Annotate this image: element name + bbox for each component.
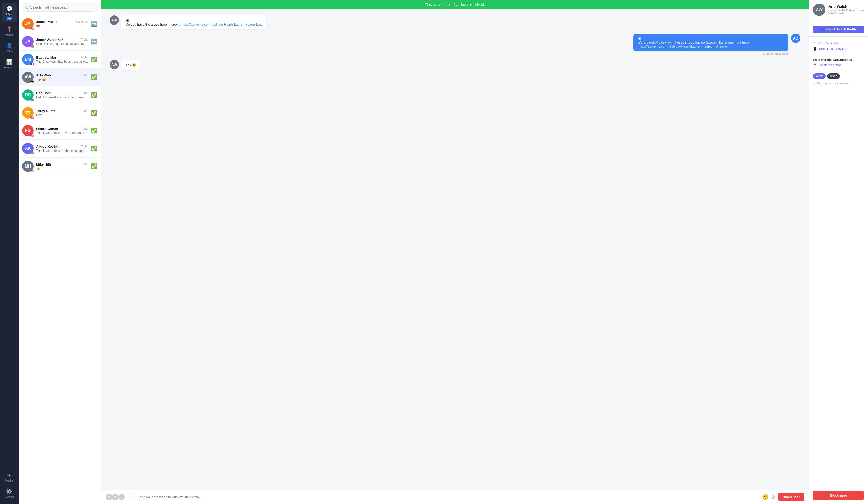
conv-status: ✅ <box>91 56 97 63</box>
sidebar-item-settings[interactable]: ⚙️ Settings <box>1 486 17 501</box>
message-bubble: Hi!We are out of stock with theses shoes… <box>633 34 788 51</box>
conv-status: ✅ <box>91 145 97 151</box>
see-all-devices-link[interactable]: See all user devices <box>819 47 847 51</box>
panel-menu-icon[interactable]: ≡ <box>861 8 864 12</box>
status-arrow-icon: ➡️ <box>91 39 97 44</box>
panel-user-location: West Aurelia <box>828 12 861 15</box>
attach-button[interactable]: ⊕ <box>771 494 776 500</box>
status-check-icon: ✅ <box>91 56 97 62</box>
avatar-wrap: FG 🇺🇸 <box>22 125 34 136</box>
chat-messages: AW Hi!Do you have the artice here in gre… <box>101 9 809 490</box>
conv-preview: Hey! <box>36 113 88 117</box>
conv-name: Mike Hills <box>36 162 52 166</box>
devices-row: 📱 See all user devices <box>813 46 864 52</box>
status-check-icon: ✅ <box>91 74 97 80</box>
question-icon: ? <box>813 41 815 45</box>
right-panel: AW Arlo Walsh crystel_hirthe21@yahoo.c W… <box>809 0 868 504</box>
list-item[interactable]: BM 🇫🇷 Baptiste Mar 9 Mar The Crisp team … <box>19 51 101 69</box>
list-item[interactable]: DD 🇺🇸 Dan Dach 7 Mar Hello! I looked at … <box>19 86 101 104</box>
sidebar-item-analytics[interactable]: 📊 Analytics <box>1 56 17 71</box>
message-text: Thx 😀 <box>125 63 136 67</box>
conv-info: Mike Hills 7 Mar 👍 <box>36 162 88 170</box>
list-item[interactable]: MH 🇺🇸 Mike Hills 7 Mar 👍 ✅ <box>19 158 101 175</box>
list-item[interactable]: AW 🇩🇪 Arlo Walsh 7 Mar Thx 😀 ✅ <box>19 69 101 86</box>
conv-info: Felicia Glover 7 Mar Thank you! I forwar… <box>36 127 88 135</box>
resolved-banner: This conversation has been resolved. <box>101 0 809 9</box>
status-check-icon: ✅ <box>91 92 97 98</box>
conv-name: Felicia Glover <box>36 127 58 131</box>
avatar-wrap: DD 🇺🇸 <box>22 90 34 101</box>
list-item[interactable]: FG 🇺🇸 Felicia Glover 7 Mar Thank you! I … <box>19 122 101 140</box>
conv-status: ➡️ <box>91 39 97 45</box>
conv-date: 7 Mar <box>81 74 88 77</box>
avatar-wrap: JM 🇺🇸 <box>22 18 34 30</box>
tags-row: chat user <box>813 73 864 79</box>
panel-avatar: AW <box>813 3 825 16</box>
message-link[interactable]: https://acmeinc.com/ref/Polo-Ralph-Laure… <box>638 44 728 48</box>
list-item[interactable]: AK 🇺🇸 Abbey Koelpin 7 Mar Thank you! I f… <box>19 140 101 158</box>
list-item[interactable]: JA 🇺🇸 Jamar Aufderhar 7 Mar Cool! I have… <box>19 33 101 51</box>
sidebar-item-inbox[interactable]: 💬 Inbox 26 <box>1 3 17 22</box>
conv-preview: ❤️ <box>36 24 88 28</box>
conv-preview: 👍 <box>36 167 88 170</box>
device-icon: 📱 <box>813 47 817 51</box>
conv-name: Abbey Koelpin <box>36 145 60 148</box>
segment-placeholder: Segment conversation... <box>817 82 850 85</box>
conv-preview: The Crisp team has been busy at work ove… <box>36 60 88 63</box>
locate-map-link[interactable]: 📍 Locate on a map <box>813 63 864 67</box>
conv-preview: Cool! I have a question Do you have the … <box>36 42 88 46</box>
tags-section: chat user + Segment conversation... <box>809 70 868 89</box>
sidebar-item-plugins[interactable]: ⊞ Plugins <box>1 470 17 485</box>
conv-status: ✅ <box>91 163 97 169</box>
message-avatar: AG <box>791 34 800 43</box>
avatar-wrap: JA 🇺🇸 <box>22 36 34 47</box>
message-meta: ▸ Delivered to email <box>763 52 788 56</box>
emoji-button[interactable]: 🙂 <box>762 494 768 500</box>
status-check-icon: ✅ <box>91 164 97 169</box>
conv-preview: Thx 😀 <box>36 78 88 81</box>
block-user-panel-button[interactable]: Block user <box>813 491 864 500</box>
conversation-list: 🔍 JM 🇺🇸 James Marks Yesterday ❤️ ➡️ <box>19 0 101 504</box>
conv-date: 9 Mar <box>81 56 88 59</box>
sidebar-analytics-label: Analytics <box>4 66 14 69</box>
list-item[interactable]: JM 🇺🇸 James Marks Yesterday ❤️ ➡️ <box>19 15 101 33</box>
sidebar-nav: 💬 Inbox 26 📍 Visitors 👤 Users 📊 Analytic… <box>0 0 19 504</box>
list-item[interactable]: TR 🇺🇸 Torey Runte 7 Mar Hey! ✅ <box>19 104 101 122</box>
flag-badge: 🇩🇪 <box>30 80 34 83</box>
avatar-wrap: BM 🇫🇷 <box>22 54 34 65</box>
main-chat: This conversation has been resolved. AW … <box>101 0 809 504</box>
block-user-button[interactable]: Block user <box>778 493 805 501</box>
status-check-icon: ✅ <box>91 128 97 134</box>
person-icon: 👤 <box>820 28 824 31</box>
inbox-icon: 💬 <box>6 6 13 12</box>
conversation-items: JM 🇺🇸 James Marks Yesterday ❤️ ➡️ JA 🇺🇸 <box>19 15 101 504</box>
avatar-wrap: MH 🇺🇸 <box>22 160 34 172</box>
more-button[interactable]: ⋯ <box>127 493 135 501</box>
message-link[interactable]: https://acmeinc.com/ref/Polo-Ralph-Laure… <box>180 22 262 26</box>
conv-preview: Hello! I looked at your order. It seems … <box>36 96 88 99</box>
sidebar-item-visitors[interactable]: 📍 Visitors <box>1 23 17 39</box>
sidebar-item-users[interactable]: 👤 Users <box>1 40 17 55</box>
plus-icon: + <box>813 81 815 86</box>
conv-preview: Thank you! I forward your resume to the … <box>36 131 88 135</box>
conv-name: Baptiste Mar <box>36 55 56 59</box>
chat-input-bar: B A D ⋯ 🙂 ⊕ Block user <box>101 490 809 504</box>
conv-info: Torey Runte 7 Mar Hey! <box>36 109 88 117</box>
tag-user[interactable]: user <box>827 73 840 79</box>
ip-info-section: ? 171.180.172.87 📱 See all user devices <box>809 36 868 55</box>
ip-row: ? 171.180.172.87 <box>813 40 864 46</box>
panel-header: AW Arlo Walsh crystel_hirthe21@yahoo.c W… <box>809 0 868 20</box>
conv-name: Dan Dach <box>36 91 52 95</box>
search-input[interactable] <box>22 3 98 12</box>
tag-chat[interactable]: chat <box>813 73 826 79</box>
conv-status: ✅ <box>91 127 97 134</box>
message-input[interactable] <box>137 495 760 499</box>
block-section: Block user <box>809 487 868 504</box>
segment-row[interactable]: + Segment conversation... <box>813 81 864 86</box>
view-profile-button[interactable]: 👤 View Arlo Full Profile <box>813 25 864 33</box>
sidebar-visitors-label: Visitors <box>5 33 14 36</box>
panel-user-email: crystel_hirthe21@yahoo.c <box>828 9 861 12</box>
message-bubble: Hi!Do you have the artice here in grey :… <box>121 15 266 30</box>
conv-status: ✅ <box>91 92 97 98</box>
agent-avatar-3: D <box>118 493 125 501</box>
